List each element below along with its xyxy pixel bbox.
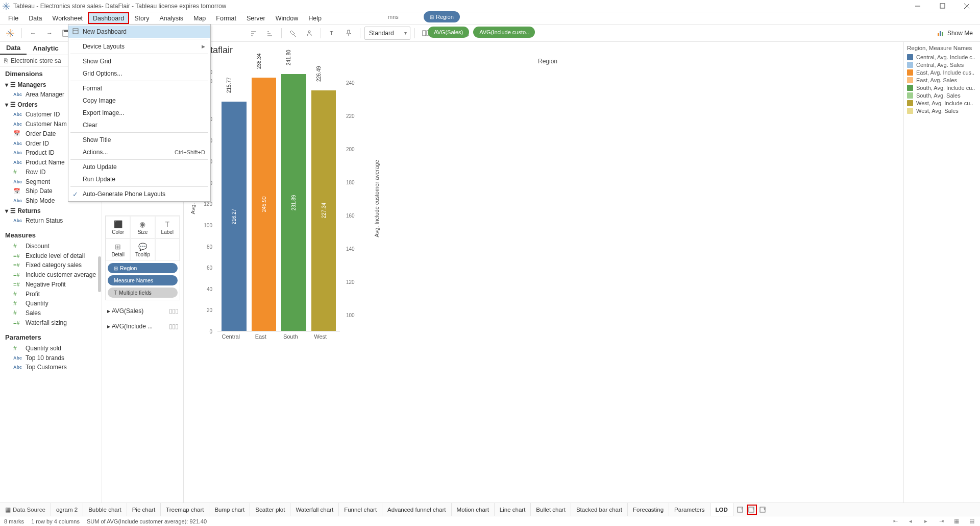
legend-item[interactable]: South, Avg. Include cu.. (907, 84, 977, 91)
maximize-button[interactable] (935, 1, 949, 11)
minimize-button[interactable] (911, 1, 925, 11)
measure-field-exclude-level-of-detail[interactable]: =#Exclude level of detail (2, 251, 100, 260)
sheet-tab-bump-chart[interactable]: Bump chart (209, 503, 250, 516)
sheet-tab-forecasting[interactable]: Forecasting (628, 503, 669, 516)
dropdown-item-grid-options-[interactable]: Grid Options... (68, 67, 210, 80)
sheet-tab-advanced-funnel-chart[interactable]: Advanced funnel chart (382, 503, 451, 516)
sheet-tab-parameters[interactable]: Parameters (669, 503, 710, 516)
param-field-top-brands[interactable]: AbcTop 10 brands (2, 353, 100, 363)
forward-button[interactable]: → (42, 27, 57, 40)
sheet-tab-bullet-chart[interactable]: Bullet chart (531, 503, 571, 516)
tableau-icon[interactable] (3, 27, 17, 40)
sheet-tab-pie-chart[interactable]: Pie chart (127, 503, 161, 516)
dim-group-returns[interactable]: ▾ ☰ Returns (2, 206, 100, 216)
legend-item[interactable]: East, Avg. Include cus.. (907, 68, 977, 76)
avg-include-shelf[interactable]: ▸ AVG(Include ...▯▯▯ (106, 321, 179, 332)
menu-server[interactable]: Server (241, 12, 271, 24)
new-dashboard-button[interactable]: + (747, 505, 757, 515)
show-filmstrip-button[interactable]: ▤ (968, 518, 976, 525)
legend-item[interactable]: East, Avg. Sales (907, 76, 977, 84)
measure-field-sales[interactable]: #Sales (2, 308, 100, 318)
legend-item[interactable]: Central, Avg. Include c.. (907, 53, 977, 61)
bar-west[interactable]: 226.49227.34 (311, 66, 336, 331)
sheet-tab-waterfall-chart[interactable]: Waterfall chart (290, 503, 339, 516)
sheet-tab-scatter-plot[interactable]: Scatter plot (250, 503, 290, 516)
prev-tab-button[interactable]: ◂ (906, 518, 915, 525)
rows-pill-avg-include[interactable]: AVG(Include custo.. (473, 27, 535, 38)
sidebar-scrollbar-thumb[interactable] (98, 256, 101, 292)
dropdown-item-device-layouts[interactable]: Device Layouts▶ (68, 40, 210, 53)
new-story-button[interactable]: + (758, 505, 768, 515)
measure-field-profit[interactable]: #Profit (2, 289, 100, 299)
new-worksheet-button[interactable]: + (736, 505, 746, 515)
legend-item[interactable]: West, Avg. Sales (907, 107, 977, 114)
measure-field-waterfall-sizing[interactable]: =#Waterfall sizing (2, 318, 100, 328)
chart-bars[interactable]: 215.77216.27238.34245.90241.80231.89226.… (217, 66, 340, 331)
measure-field-quantity[interactable]: #Quantity (2, 299, 100, 308)
dropdown-item-show-grid[interactable]: Show Grid (68, 55, 210, 67)
dropdown-item-auto-generate-phone-layouts[interactable]: ✓Auto-Generate Phone Layouts (68, 188, 210, 200)
bar-east[interactable]: 238.34245.90 (252, 66, 277, 331)
marks-size[interactable]: ◉Size (130, 216, 155, 238)
menu-help[interactable]: Help (303, 12, 327, 24)
bar-central[interactable]: 215.77216.27 (222, 66, 247, 331)
analytics-tab[interactable]: Analytic (27, 42, 65, 55)
dropdown-item-new-dashboard[interactable]: New Dashboard (68, 26, 210, 38)
dropdown-item-actions-[interactable]: Actions...Ctrl+Shift+D (68, 146, 210, 158)
sheet-tab-treemap-chart[interactable]: Treemap chart (161, 503, 209, 516)
close-button[interactable] (960, 1, 974, 11)
sheet-tab-stacked-bar-chart[interactable]: Stacked bar chart (571, 503, 628, 516)
dim-field-return-status[interactable]: AbcReturn Status (2, 216, 100, 226)
dropdown-item-auto-update[interactable]: Auto Update (68, 161, 210, 173)
marks-pill-multiple-fields[interactable]: TMultiple fields (108, 288, 178, 298)
dropdown-item-show-title[interactable]: Show Title (68, 134, 210, 146)
legend-item[interactable]: Central, Avg. Sales (907, 61, 977, 68)
rows-pill-avg-sales[interactable]: AVG(Sales) (428, 27, 469, 38)
marks-detail[interactable]: ⊞Detail (106, 238, 130, 261)
menu-map[interactable]: Map (188, 12, 211, 24)
measure-field-include-customer-average[interactable]: =#Include customer average (2, 270, 100, 280)
measure-field-negative-profit[interactable]: =#Negative Profit (2, 280, 100, 290)
back-button[interactable]: ← (26, 27, 40, 40)
marks-tooltip[interactable]: 💬Tooltip (130, 238, 155, 261)
sheet-tab-ogram-2[interactable]: ogram 2 (51, 503, 83, 516)
marks-pill-region[interactable]: ⊞Region (108, 263, 178, 273)
param-field-quantity-sold[interactable]: #Quantity sold (2, 343, 100, 353)
dropdown-item-export-image-[interactable]: Export Image... (68, 107, 210, 119)
dropdown-item-copy-image[interactable]: Copy Image (68, 94, 210, 107)
menu-story[interactable]: Story (129, 12, 154, 24)
marks-label[interactable]: TLabel (155, 216, 180, 238)
param-field-top-customers[interactable]: AbcTop Customers (2, 363, 100, 372)
sheet-tab-bubble-chart[interactable]: Bubble chart (83, 503, 127, 516)
sheet-tab-line-chart[interactable]: Line chart (495, 503, 531, 516)
sheet-tab-funnel-chart[interactable]: Funnel chart (339, 503, 382, 516)
last-tab-button[interactable]: ⇥ (937, 518, 945, 525)
menu-dashboard[interactable]: Dashboard (88, 12, 129, 24)
data-source-tab[interactable]: ▦Data Source (0, 503, 51, 516)
show-me-button[interactable]: Show Me (933, 30, 977, 37)
menu-data[interactable]: Data (23, 12, 47, 24)
next-tab-button[interactable]: ▸ (922, 518, 930, 525)
sheet-tab-lod[interactable]: LOD (710, 503, 733, 516)
menu-analysis[interactable]: Analysis (154, 12, 188, 24)
dropdown-item-run-update[interactable]: Run Update (68, 173, 210, 185)
avg-sales-shelf[interactable]: ▸ AVG(Sales)▯▯▯ (106, 305, 179, 317)
show-tabs-button[interactable]: ▦ (952, 518, 961, 525)
menu-worksheet[interactable]: Worksheet (47, 12, 88, 24)
dropdown-item-format[interactable]: Format (68, 82, 210, 94)
data-tab[interactable]: Data (0, 42, 27, 55)
dropdown-item-clear[interactable]: Clear (68, 119, 210, 131)
legend-item[interactable]: West, Avg. Include cu.. (907, 99, 977, 107)
bar-south[interactable]: 241.80231.89 (281, 66, 306, 331)
menu-window[interactable]: Window (271, 12, 303, 24)
bar-inside-label: 216.27 (231, 208, 237, 224)
sheet-tab-motion-chart[interactable]: Motion chart (452, 503, 495, 516)
menu-file[interactable]: File (3, 12, 23, 24)
legend-item[interactable]: South, Avg. Sales (907, 91, 977, 99)
measure-field-discount[interactable]: #Discount (2, 241, 100, 251)
measure-field-fixed-category-sales[interactable]: =#Fixed category sales (2, 260, 100, 270)
menu-format[interactable]: Format (211, 12, 241, 24)
marks-pill-measure-names[interactable]: Measure Names (108, 275, 178, 285)
first-tab-button[interactable]: ⇤ (891, 518, 899, 525)
marks-color[interactable]: ⬛Color (106, 216, 130, 238)
